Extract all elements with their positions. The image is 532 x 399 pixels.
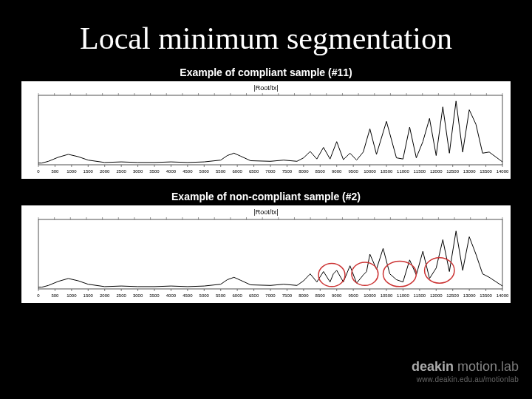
svg-text:7500: 7500 bbox=[282, 293, 293, 298]
svg-rect-0 bbox=[38, 95, 502, 165]
svg-text:3000: 3000 bbox=[133, 169, 143, 174]
svg-text:10500: 10500 bbox=[381, 293, 393, 298]
svg-text:4500: 4500 bbox=[183, 293, 193, 298]
svg-text:8000: 8000 bbox=[299, 169, 309, 174]
slide: Local minimum segmentation Example of co… bbox=[0, 0, 532, 399]
chart2-container: |Root/tx|0500100015002000250030003500400… bbox=[21, 205, 511, 303]
svg-point-180 bbox=[318, 264, 345, 287]
svg-text:1000: 1000 bbox=[66, 293, 77, 298]
svg-text:6500: 6500 bbox=[249, 293, 259, 298]
watermark-suffix: .lab bbox=[497, 359, 519, 374]
svg-text:0: 0 bbox=[37, 169, 40, 174]
svg-text:9000: 9000 bbox=[332, 169, 342, 174]
svg-point-182 bbox=[383, 261, 417, 286]
svg-text:5000: 5000 bbox=[200, 293, 210, 298]
svg-text:6500: 6500 bbox=[249, 169, 259, 174]
svg-text:4500: 4500 bbox=[183, 169, 193, 174]
svg-text:2000: 2000 bbox=[100, 293, 110, 298]
svg-text:8500: 8500 bbox=[316, 169, 326, 174]
slide-title: Local minimum segmentation bbox=[0, 0, 532, 61]
svg-text:3500: 3500 bbox=[149, 169, 160, 174]
svg-text:|Root/tx|: |Root/tx| bbox=[253, 84, 278, 92]
svg-text:1000: 1000 bbox=[66, 169, 77, 174]
svg-text:13000: 13000 bbox=[463, 169, 476, 174]
svg-text:13000: 13000 bbox=[463, 293, 476, 298]
svg-text:11500: 11500 bbox=[414, 293, 426, 298]
svg-text:12000: 12000 bbox=[430, 169, 443, 174]
svg-text:5500: 5500 bbox=[216, 293, 226, 298]
svg-text:12000: 12000 bbox=[430, 293, 443, 298]
svg-text:7000: 7000 bbox=[265, 293, 276, 298]
watermark-brand: deakin bbox=[412, 359, 454, 374]
svg-text:500: 500 bbox=[51, 293, 59, 298]
svg-text:14000: 14000 bbox=[497, 293, 509, 298]
chart2-svg: |Root/tx|0500100015002000250030003500400… bbox=[22, 206, 510, 302]
svg-text:9500: 9500 bbox=[348, 293, 358, 298]
svg-text:500: 500 bbox=[51, 169, 59, 174]
svg-text:13500: 13500 bbox=[480, 169, 492, 174]
svg-text:11000: 11000 bbox=[397, 293, 409, 298]
svg-text:5500: 5500 bbox=[216, 169, 226, 174]
svg-text:11000: 11000 bbox=[397, 169, 409, 174]
chart1-svg: |Root/tx|0500100015002000250030003500400… bbox=[22, 82, 510, 178]
svg-text:8500: 8500 bbox=[316, 293, 326, 298]
svg-text:11500: 11500 bbox=[414, 169, 426, 174]
chart1-container: |Root/tx|0500100015002000250030003500400… bbox=[21, 81, 511, 179]
svg-text:7000: 7000 bbox=[265, 169, 276, 174]
svg-text:10500: 10500 bbox=[381, 169, 393, 174]
svg-text:13500: 13500 bbox=[480, 293, 492, 298]
watermark-word: motion bbox=[457, 359, 497, 374]
chart2-caption: Example of non-compliant sample (#2) bbox=[0, 191, 532, 202]
svg-text:1500: 1500 bbox=[83, 169, 94, 174]
svg-text:2500: 2500 bbox=[116, 293, 126, 298]
svg-text:4000: 4000 bbox=[166, 293, 177, 298]
watermark-main: deakin motion.lab bbox=[412, 359, 519, 375]
svg-text:|Root/tx|: |Root/tx| bbox=[253, 208, 278, 216]
svg-text:2500: 2500 bbox=[116, 169, 126, 174]
svg-text:10000: 10000 bbox=[364, 293, 376, 298]
svg-text:5000: 5000 bbox=[200, 169, 210, 174]
svg-text:3500: 3500 bbox=[149, 293, 160, 298]
svg-text:12500: 12500 bbox=[446, 293, 459, 298]
svg-rect-90 bbox=[38, 219, 502, 289]
svg-text:8000: 8000 bbox=[299, 293, 309, 298]
svg-text:6000: 6000 bbox=[232, 169, 242, 174]
svg-text:12500: 12500 bbox=[446, 169, 459, 174]
svg-text:2000: 2000 bbox=[100, 169, 110, 174]
svg-text:7500: 7500 bbox=[282, 169, 293, 174]
svg-text:10000: 10000 bbox=[364, 169, 376, 174]
svg-point-181 bbox=[352, 262, 378, 285]
svg-text:9500: 9500 bbox=[348, 169, 358, 174]
svg-text:9000: 9000 bbox=[332, 293, 342, 298]
svg-text:1500: 1500 bbox=[83, 293, 94, 298]
svg-text:0: 0 bbox=[37, 293, 40, 298]
svg-text:3000: 3000 bbox=[133, 293, 143, 298]
watermark-url: www.deakin.edu.au/motionlab bbox=[412, 375, 519, 384]
watermark: deakin motion.lab www.deakin.edu.au/moti… bbox=[412, 359, 519, 384]
chart1-caption: Example of compliant sample (#11) bbox=[0, 66, 532, 78]
svg-text:4000: 4000 bbox=[166, 169, 177, 174]
svg-text:6000: 6000 bbox=[232, 293, 242, 298]
svg-text:14000: 14000 bbox=[497, 169, 509, 174]
